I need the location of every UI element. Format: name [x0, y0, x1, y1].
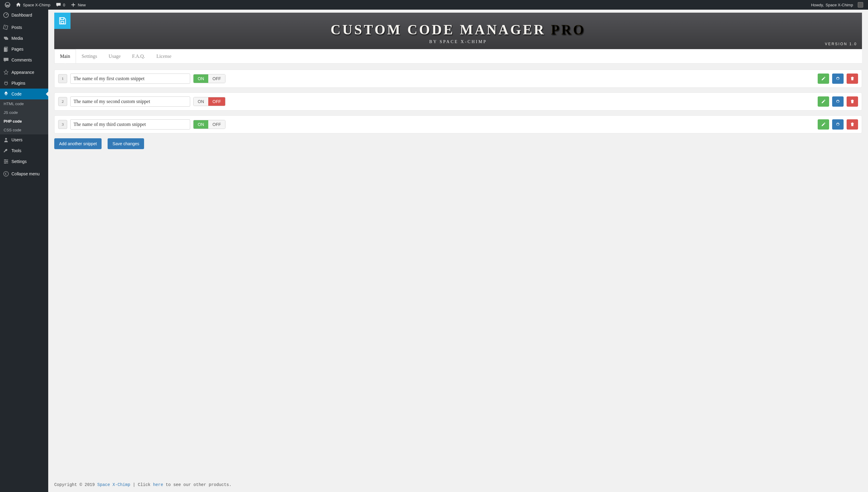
snippet-toggle[interactable]: ONOFF — [193, 120, 225, 129]
sidebar-item-label: Users — [11, 138, 23, 142]
pencil-icon — [821, 99, 826, 104]
toggle-on[interactable]: ON — [193, 74, 208, 83]
toggle-on[interactable]: ON — [193, 97, 208, 106]
svg-point-5 — [5, 93, 7, 95]
site-name: Space X-Chimp — [23, 3, 50, 7]
snippet-number: 1 — [58, 74, 67, 83]
sidebar-item-appearance[interactable]: Appearance — [0, 67, 48, 78]
svg-point-6 — [5, 138, 7, 140]
gear-icon — [836, 99, 840, 104]
edit-snippet-button[interactable] — [818, 119, 829, 129]
sidebar-item-posts[interactable]: Posts — [0, 22, 48, 33]
add-snippet-button[interactable]: Add another snippet — [54, 138, 101, 149]
delete-snippet-button[interactable] — [847, 119, 858, 129]
submenu-js-code[interactable]: JS code — [0, 108, 48, 117]
sidebar-item-comments[interactable]: Comments — [0, 54, 48, 65]
footer-brand-link[interactable]: Space X-Chimp — [97, 482, 130, 487]
code-submenu: HTML code JS code PHP code CSS code — [0, 99, 48, 134]
snippet-row: 1ONOFF — [54, 70, 862, 88]
svg-point-16 — [837, 124, 838, 125]
tab-main[interactable]: Main — [54, 49, 76, 63]
configure-snippet-button[interactable] — [832, 119, 844, 129]
configure-snippet-button[interactable] — [832, 74, 844, 84]
toggle-off[interactable]: OFF — [208, 97, 225, 106]
toggle-off[interactable]: OFF — [208, 74, 225, 83]
snippet-actions — [818, 119, 858, 129]
snippet-row: 2ONOFF — [54, 93, 862, 110]
trash-icon — [850, 122, 855, 127]
sidebar-item-label: Tools — [11, 148, 21, 153]
sidebar-item-label: Posts — [11, 25, 22, 30]
sidebar-item-label: Appearance — [11, 70, 34, 75]
snippet-toggle[interactable]: ONOFF — [193, 74, 225, 83]
sidebar-item-media[interactable]: Media — [0, 33, 48, 44]
snippet-name-input[interactable] — [70, 74, 190, 84]
sidebar-item-users[interactable]: Users — [0, 134, 48, 145]
snippet-toggle[interactable]: ONOFF — [193, 97, 225, 106]
toggle-on[interactable]: ON — [193, 120, 208, 129]
sidebar-item-label: Media — [11, 36, 23, 41]
delete-snippet-button[interactable] — [847, 96, 858, 107]
snippet-actions — [818, 96, 858, 107]
avatar — [858, 2, 863, 7]
sidebar-item-label: Plugins — [11, 81, 25, 85]
howdy-user: Space X-Chimp — [825, 3, 853, 7]
quick-save-button[interactable] — [54, 13, 71, 29]
new-label: New — [78, 3, 86, 7]
account-link[interactable]: Howdy, Space X-Chimp — [809, 0, 866, 10]
tab-usage[interactable]: Usage — [103, 49, 126, 63]
comment-count: 0 — [63, 3, 65, 7]
svg-point-12 — [4, 163, 6, 164]
svg-rect-4 — [4, 48, 7, 52]
admin-sidebar: Dashboard Posts Media Pages Comments App… — [0, 10, 48, 492]
sidebar-item-label: Pages — [11, 47, 24, 51]
svg-point-10 — [4, 159, 6, 161]
sidebar-item-code[interactable]: Code — [0, 89, 48, 99]
sidebar-item-label: Comments — [11, 57, 32, 63]
sidebar-item-tools[interactable]: Tools — [0, 145, 48, 156]
snippet-name-input[interactable] — [70, 119, 190, 129]
pencil-icon — [821, 122, 826, 127]
sidebar-item-dashboard[interactable]: Dashboard — [0, 10, 48, 21]
page-subtitle: BY SPACE X-CHIMP — [429, 40, 487, 44]
save-icon — [58, 17, 67, 25]
submenu-php-code[interactable]: PHP code — [0, 117, 48, 126]
tab-faq[interactable]: F.A.Q. — [126, 49, 151, 63]
content: 1ONOFF2ONOFF3ONOFF Add another snippet S… — [48, 64, 868, 479]
submenu-html-code[interactable]: HTML code — [0, 99, 48, 108]
submenu-css-code[interactable]: CSS code — [0, 126, 48, 134]
version-label: VERSION 1.0 — [825, 42, 857, 46]
tab-license[interactable]: License — [151, 49, 177, 63]
save-changes-button[interactable]: Save changes — [107, 138, 144, 149]
page-title: CUSTOM CODE MANAGER PRO — [331, 22, 586, 38]
toggle-off[interactable]: OFF — [208, 120, 225, 129]
wp-logo[interactable] — [2, 0, 13, 10]
footer: Copyright © 2019 Space X-Chimp | Click h… — [48, 479, 868, 492]
sidebar-item-plugins[interactable]: Plugins — [0, 78, 48, 89]
gear-icon — [836, 76, 840, 81]
snippet-row: 3ONOFF — [54, 115, 862, 133]
hero-banner: CUSTOM CODE MANAGER PRO BY SPACE X-CHIMP… — [54, 13, 862, 49]
tabs: Main Settings Usage F.A.Q. License — [54, 49, 862, 64]
delete-snippet-button[interactable] — [847, 74, 858, 84]
sidebar-item-settings[interactable]: Settings — [0, 156, 48, 167]
new-content-link[interactable]: New — [68, 0, 88, 10]
footer-here-link[interactable]: here — [153, 482, 163, 487]
trash-icon — [850, 99, 855, 104]
comments-link[interactable]: 0 — [53, 0, 68, 10]
svg-point-15 — [837, 101, 838, 102]
site-home-link[interactable]: Space X-Chimp — [13, 0, 53, 10]
snippet-actions — [818, 74, 858, 84]
sidebar-item-label: Code — [11, 92, 21, 96]
svg-point-11 — [6, 161, 7, 162]
configure-snippet-button[interactable] — [832, 96, 844, 107]
sidebar-item-label: Collapse menu — [11, 171, 40, 176]
sidebar-collapse[interactable]: Collapse menu — [0, 168, 48, 179]
snippet-name-input[interactable] — [70, 96, 190, 107]
gear-icon — [836, 122, 840, 127]
edit-snippet-button[interactable] — [818, 96, 829, 107]
svg-point-13 — [4, 171, 8, 176]
edit-snippet-button[interactable] — [818, 74, 829, 84]
tab-settings[interactable]: Settings — [76, 49, 103, 63]
sidebar-item-pages[interactable]: Pages — [0, 44, 48, 54]
